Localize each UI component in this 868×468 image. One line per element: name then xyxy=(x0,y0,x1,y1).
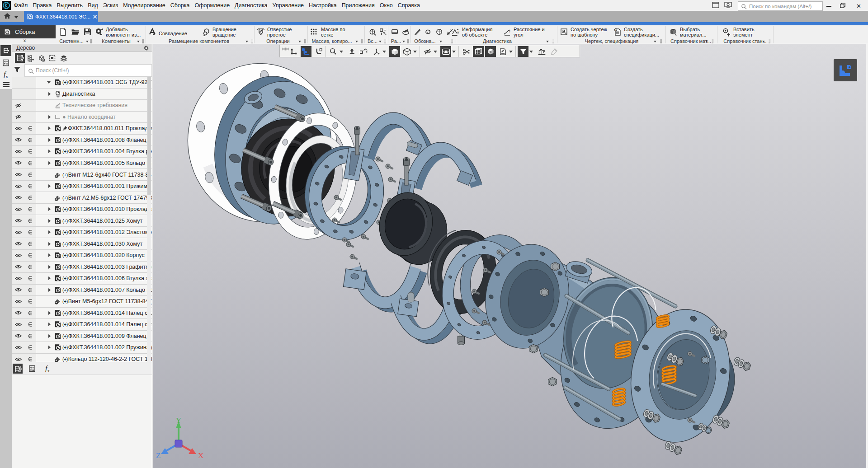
svg-text:1: 1 xyxy=(615,28,617,31)
svg-text:?: ? xyxy=(458,30,459,33)
svg-text:Z: Z xyxy=(156,451,160,460)
svg-text:Y: Y xyxy=(176,416,181,425)
svg-text:X: X xyxy=(198,451,203,460)
svg-text:?: ? xyxy=(509,30,510,33)
